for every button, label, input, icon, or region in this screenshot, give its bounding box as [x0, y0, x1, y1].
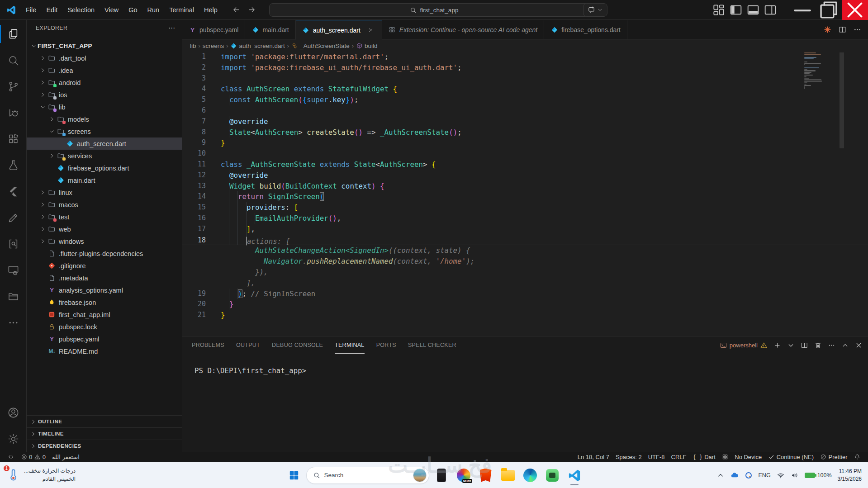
minimize-button[interactable]	[789, 0, 816, 20]
tray-app-icon[interactable]	[745, 471, 753, 479]
tree-item-firebase.json[interactable]: firebase.json	[27, 296, 182, 308]
code-line[interactable]: 6	[182, 105, 868, 116]
activity-source-control[interactable]	[0, 73, 26, 99]
tree-item-windows[interactable]: windows	[27, 235, 182, 247]
menu-view[interactable]: View	[100, 4, 123, 16]
layout-sidebar-right-icon[interactable]	[763, 3, 778, 17]
editor-scrollbar[interactable]	[840, 52, 844, 148]
tree-root[interactable]: FIRST_CHAT_APP	[27, 40, 182, 52]
tree-item-lib[interactable]: lib	[27, 101, 182, 113]
panel-chevron-down-icon[interactable]	[787, 341, 795, 349]
layout-panel-icon[interactable]	[746, 3, 760, 17]
code-line[interactable]: 9}	[182, 137, 868, 148]
activity-files[interactable]	[0, 21, 26, 47]
tree-item-ios[interactable]: ios	[27, 89, 182, 101]
tree-item-auth_screen.dart[interactable]: auth_screen.dart	[27, 137, 182, 150]
restore-button[interactable]	[816, 0, 842, 20]
panel-tab-output[interactable]: OUTPUT	[236, 336, 260, 354]
panel-tab-spell-checker[interactable]: SPELL CHECKER	[408, 336, 456, 354]
code-line[interactable]: 21}	[182, 310, 868, 321]
panel-plus-icon[interactable]	[773, 341, 781, 349]
taskbar-app-file-explorer[interactable]	[498, 464, 518, 486]
status-notifications[interactable]	[851, 452, 864, 462]
taskbar-search[interactable]: Search	[306, 467, 429, 484]
tab-pubspec.yaml[interactable]: Ypubspec.yaml	[182, 20, 245, 39]
activity-testing[interactable]	[0, 152, 26, 178]
section-timeline[interactable]: TIMELINE	[27, 427, 182, 440]
taskbar-app-android-app[interactable]	[542, 464, 562, 486]
status-continue-extension[interactable]: Continue (NE)	[765, 452, 817, 462]
tab-firebase_options.dart[interactable]: firebase_options.dart	[544, 20, 627, 39]
volume-icon[interactable]	[791, 471, 799, 479]
panel-more-icon[interactable]	[828, 341, 835, 349]
code-line[interactable]: AuthStateChangeAction<SignedIn>((context…	[182, 245, 868, 256]
code-line[interactable]: 16 EmailAuthProvider(),	[182, 213, 868, 224]
tree-item-main.dart[interactable]: main.dart	[27, 174, 182, 186]
tree-item-pubspec.yaml[interactable]: Ypubspec.yaml	[27, 333, 182, 345]
close-tab-icon[interactable]	[366, 26, 375, 35]
minimap[interactable]	[804, 52, 830, 90]
tree-item-pubspec.lock[interactable]: pubspec.lock	[27, 321, 182, 333]
panel-tab-problems[interactable]: PROBLEMS	[192, 336, 224, 354]
code-line[interactable]: 1import 'package:flutter/material.dart';	[182, 52, 868, 62]
section-dependencies[interactable]: DEPENDENCIES	[27, 440, 182, 452]
terminal-shell[interactable]: powershell	[720, 341, 768, 349]
tree-item-.gitignore[interactable]: .gitignore	[27, 260, 182, 272]
taskbar-app-brave[interactable]	[476, 464, 496, 486]
crumb-build[interactable]: build	[356, 43, 378, 49]
tree-item-analysis_options.yaml[interactable]: Yanalysis_options.yaml	[27, 284, 182, 296]
activity-search[interactable]	[0, 47, 26, 73]
language-indicator[interactable]: ENG	[759, 472, 771, 479]
tree-item-.metadata[interactable]: .metadata	[27, 272, 182, 284]
menu-selection[interactable]: Selection	[62, 4, 100, 16]
crumb-screens[interactable]: screens	[203, 43, 224, 49]
code-line[interactable]: 11class _AuthScreenState extends State<A…	[182, 159, 868, 170]
status-custom-text[interactable]: استغفر الله	[49, 452, 83, 462]
layout-grid-icon[interactable]	[711, 3, 726, 17]
crumb-auth_screen.dart[interactable]: auth_screen.dart	[230, 43, 285, 49]
tree-item-README.md[interactable]: M↓README.md	[27, 345, 182, 357]
tab-main.dart[interactable]: main.dart	[245, 20, 295, 39]
battery-indicator[interactable]: 100%	[805, 472, 832, 479]
terminal-output[interactable]: PS D:\DEPI\first_chat_app>	[182, 354, 868, 375]
tab-auth_screen.dart[interactable]: auth_screen.dart	[296, 20, 382, 40]
split-editor-icon[interactable]	[838, 25, 847, 34]
activity-extensions[interactable]	[0, 126, 26, 152]
activity-account[interactable]	[0, 399, 26, 426]
status-flutter-device[interactable]: No Device	[731, 452, 765, 462]
panel-trash-icon[interactable]	[814, 341, 822, 349]
crumb-_AuthScreenState[interactable]: _AuthScreenState	[291, 43, 350, 49]
tree-item-android[interactable]: android	[27, 76, 182, 89]
code-line[interactable]: Navigator.pushReplacementNamed(context, …	[182, 256, 868, 267]
sidebar-more-icon[interactable]: ⋯	[168, 24, 175, 32]
tree-item-models[interactable]: models	[27, 113, 182, 125]
menu-terminal[interactable]: Terminal	[164, 4, 199, 16]
activity-live-preview[interactable]	[0, 257, 26, 283]
status-prettier[interactable]: Prettier	[817, 452, 850, 462]
status-layout[interactable]	[719, 452, 732, 462]
code-line[interactable]: ],	[182, 278, 868, 289]
tree-item-.flutter-plugins-dependencies[interactable]: .flutter-plugins-dependencies	[27, 247, 182, 260]
activity-library[interactable]	[0, 283, 26, 309]
activity-flutter[interactable]	[0, 178, 26, 204]
forward-icon[interactable]	[245, 3, 259, 17]
clock[interactable]: 11:46 PM 3/15/2026	[838, 468, 862, 483]
tree-item-services[interactable]: services	[27, 150, 182, 162]
activity-edit-pencil[interactable]	[0, 204, 26, 231]
code-line[interactable]: 7 @override	[182, 116, 868, 127]
weather-widget[interactable]: 1 درجات الحرارة تنخف... الخميس القادم	[0, 462, 82, 488]
status-cursor-position[interactable]: Ln 18, Col 7	[574, 452, 612, 462]
tree-item-linux[interactable]: linux	[27, 186, 182, 199]
editor-more-icon[interactable]	[853, 25, 862, 34]
tree-item-screens[interactable]: screens	[27, 125, 182, 137]
status-problems[interactable]: 00	[18, 452, 49, 462]
status-indentation[interactable]: Spaces: 2	[612, 452, 645, 462]
menu-edit[interactable]: Edit	[41, 4, 62, 16]
tree-item-test[interactable]: test	[27, 211, 182, 223]
code-line[interactable]: 18 actions: [	[182, 235, 868, 246]
code-line[interactable]: 15 providers: [	[182, 202, 868, 213]
menu-go[interactable]: Go	[123, 4, 142, 16]
wifi-icon[interactable]	[777, 471, 785, 479]
activity-run-debug[interactable]	[0, 99, 26, 126]
code-line[interactable]: 14 return SignInScreen(	[182, 191, 868, 202]
